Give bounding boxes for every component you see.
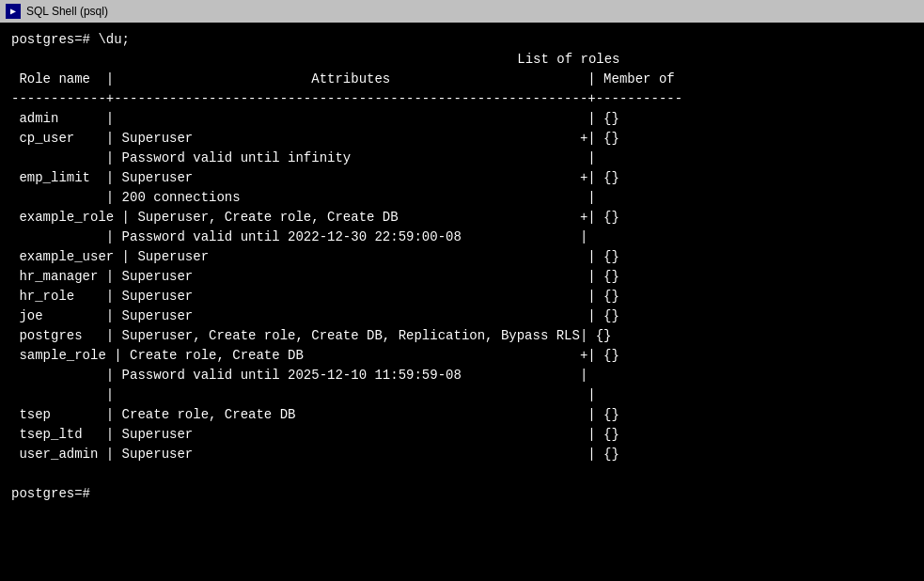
table-row: user_admin | Superuser | {} <box>11 445 913 464</box>
table-row: example_role | Superuser, Create role, C… <box>11 208 913 228</box>
table-row: | | <box>11 385 913 405</box>
title-bar-text: SQL Shell (psql) <box>26 5 918 18</box>
table-row: cp_user | Superuser +| {} <box>11 129 913 149</box>
title-bar: ▶ SQL Shell (psql) <box>0 0 924 23</box>
table-rows-container: admin | | {} cp_user | Superuser +| {} |… <box>11 109 913 464</box>
table-row: emp_limit | Superuser +| {} <box>11 168 913 188</box>
table-row: admin | | {} <box>11 109 913 129</box>
table-row: | Password valid until 2022-12-30 22:59:… <box>11 228 913 247</box>
table-row: hr_manager | Superuser | {} <box>11 267 913 287</box>
end-prompt[interactable]: postgres=# <box>11 484 913 504</box>
table-separator: ------------+---------------------------… <box>11 89 913 109</box>
table-row: example_user | Superuser | {} <box>11 247 913 267</box>
table-row: joe | Superuser | {} <box>11 306 913 326</box>
app-icon: ▶ <box>6 4 21 19</box>
table-row: | Password valid until infinity | <box>11 149 913 168</box>
initial-prompt: postgres=# \du; <box>11 30 913 50</box>
terminal: postgres=# \du; List of roles Role name … <box>0 23 924 581</box>
empty-line <box>11 464 913 484</box>
table-row: postgres | Superuser, Create role, Creat… <box>11 326 913 346</box>
table-row: sample_role | Create role, Create DB +| … <box>11 346 913 366</box>
table-row: tsep_ltd | Superuser | {} <box>11 425 913 445</box>
table-row: hr_role | Superuser | {} <box>11 287 913 306</box>
table-row: | Password valid until 2025-12-10 11:59:… <box>11 366 913 385</box>
table-row: | 200 connections | <box>11 188 913 208</box>
table-title: List of roles <box>11 50 913 70</box>
table-row: tsep | Create role, Create DB | {} <box>11 405 913 425</box>
table-header: Role name | Attributes | Member of <box>11 70 913 89</box>
